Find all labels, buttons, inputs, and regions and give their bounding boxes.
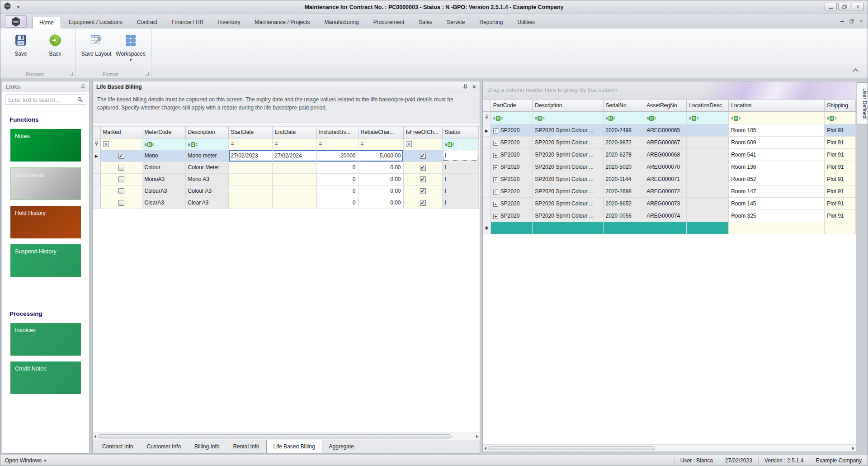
checkbox-checked[interactable]: ✓ [420, 176, 426, 182]
cell-location[interactable]: Room 541 [729, 148, 825, 161]
expand-row-icon[interactable]: + [493, 177, 498, 182]
cell-marked[interactable] [100, 197, 142, 209]
cell-description[interactable]: Mono meter [185, 150, 228, 162]
splitter-handle[interactable]: ······· [93, 123, 480, 127]
cell-description[interactable]: SP2020 Sprint Colour ... [533, 124, 603, 136]
equals-filter-icon[interactable]: = [319, 141, 322, 147]
search-input[interactable] [8, 97, 77, 103]
cell-isfreeofch[interactable]: ✓ [403, 150, 442, 162]
restore-icon[interactable] [849, 19, 854, 24]
filter-cell-partcode[interactable]: aBc [491, 111, 533, 124]
cell-shipping[interactable]: Plot 91 [825, 173, 856, 185]
cell-shipping[interactable]: Plot 91 [825, 185, 856, 197]
cell-rebatechar[interactable]: 5,000.00 [358, 150, 403, 162]
cell-marked[interactable]: ✓ [100, 150, 142, 162]
column-header-marked[interactable]: Marked [100, 127, 142, 138]
cell-serialno[interactable]: 2020-1144 [603, 173, 644, 185]
filter-cell-serialno[interactable]: aBc [603, 111, 644, 124]
cell-description[interactable]: Clear A3 [185, 197, 228, 209]
link-button-invoices[interactable]: Invoices [10, 323, 81, 356]
cell-assetregno[interactable]: AREG000072 [644, 185, 687, 197]
cell-serialno[interactable]: 2020-2698 [603, 185, 644, 197]
cell-isfreeofch[interactable]: ✓ [403, 162, 442, 173]
ribbon-tab-sales[interactable]: Sales [412, 17, 439, 29]
cell-startdate[interactable] [228, 173, 272, 185]
cell-marked[interactable] [100, 185, 142, 197]
cell-description[interactable]: SP2020 Sprint Colour ... [533, 185, 603, 197]
link-button-suspend-history[interactable]: Suspend History [10, 244, 81, 277]
cell-includedus[interactable]: 0 [316, 197, 358, 209]
text-filter-icon[interactable]: aBc [145, 142, 155, 147]
cell-locationdesc[interactable] [687, 185, 729, 197]
column-header-includedus[interactable]: IncludedUs... [316, 127, 358, 138]
link-button-credit-notes[interactable]: Credit Notes [10, 361, 81, 394]
cell-status[interactable]: I [442, 150, 478, 162]
cell-assetregno[interactable]: AREG000071 [644, 173, 687, 185]
cell-locationdesc[interactable] [687, 161, 729, 173]
table-row[interactable]: ClearA3Clear A300.00✓I [93, 197, 478, 209]
text-filter-icon[interactable]: aBc [606, 116, 616, 121]
cell-rebatechar[interactable]: 0.00 [358, 185, 403, 197]
equals-filter-icon[interactable]: = [361, 141, 364, 147]
dialog-launcher-icon[interactable] [70, 72, 73, 76]
filter-cell-marked[interactable] [100, 138, 142, 150]
back-button[interactable]: Back [39, 31, 71, 57]
text-filter-icon[interactable]: aBc [535, 116, 545, 121]
ribbon-tab-inventory[interactable]: Inventory [211, 17, 247, 29]
column-header-enddate[interactable]: EndDate [272, 127, 316, 138]
ribbon-tab-service[interactable]: Service [440, 17, 472, 29]
cell-assetregno[interactable]: AREG000070 [644, 161, 687, 173]
cell-startdate[interactable] [228, 185, 272, 197]
column-header-serialno[interactable]: SerialNo [603, 100, 644, 111]
tab-rental-info[interactable]: Rental Info [226, 440, 266, 453]
link-button-notes[interactable]: Notes [10, 129, 81, 162]
cell-description[interactable]: SP2020 Sprint Colour ... [533, 173, 603, 185]
search-icon[interactable] [77, 97, 83, 103]
cell-location[interactable]: Room 852 [729, 173, 825, 185]
text-filter-icon[interactable]: aBc [188, 142, 198, 147]
cell-serialno[interactable]: 2020-0056 [603, 209, 644, 222]
cell-enddate[interactable] [272, 197, 316, 209]
column-header-rebatechar[interactable]: RebateChar... [358, 127, 403, 138]
filter-cell-rebatechar[interactable]: = [358, 138, 403, 150]
column-header-description[interactable]: Description [533, 100, 603, 111]
column-header-partcode[interactable]: PartCode [491, 100, 533, 111]
cell-startdate[interactable] [228, 162, 272, 173]
checkbox-unchecked[interactable] [118, 176, 124, 182]
equals-filter-icon[interactable]: = [231, 141, 234, 147]
horizontal-scrollbar[interactable] [483, 444, 856, 452]
cell-enddate[interactable]: 27/02/2024 [272, 150, 316, 162]
checkbox-checked[interactable]: ✓ [420, 153, 426, 159]
scroll-right-icon[interactable] [852, 447, 854, 450]
cell-assetregno[interactable]: AREG000074 [644, 209, 687, 222]
cell-rebatechar[interactable]: 0.00 [358, 173, 403, 185]
expand-row-icon[interactable]: + [493, 202, 498, 207]
table-row[interactable]: +SP2020SP2020 Sprint Colour ...2020-5020… [483, 161, 856, 173]
ribbon-tab-utilities[interactable]: Utilities [510, 17, 542, 29]
column-header-locationdesc[interactable]: LocationDesc [687, 100, 729, 111]
cell-assetregno[interactable]: AREG000068 [644, 148, 687, 161]
filter-cell-isfreeofch[interactable] [403, 138, 442, 150]
cell-marked[interactable] [100, 162, 142, 173]
expand-row-icon[interactable]: + [493, 165, 498, 170]
cell-partcode[interactable]: +SP2020 [491, 185, 533, 197]
ribbon-tab-equipment-locations[interactable]: Equipment / Locations [62, 17, 129, 29]
cell-partcode[interactable]: +SP2020 [491, 161, 533, 173]
cell-partcode[interactable]: +SP2020 [491, 173, 533, 185]
cell-metercode[interactable]: Colour [142, 162, 185, 173]
cell-partcode[interactable]: +SP2020 [491, 197, 533, 209]
pin-icon[interactable] [463, 84, 468, 90]
new-row-cell-assetregno[interactable] [644, 222, 687, 234]
link-button-documents[interactable]: Documents [10, 167, 81, 200]
cell-enddate[interactable] [272, 185, 316, 197]
cell-description[interactable]: SP2020 Sprint Colour ... [533, 148, 603, 161]
table-row[interactable]: ColourColour Meter00.00✓I [93, 162, 478, 173]
cell-partcode[interactable]: +SP2020 [491, 148, 533, 161]
table-row[interactable]: +SP2020SP2020 Sprint Colour ...2020-0056… [483, 209, 856, 222]
cell-shipping[interactable]: Plot 91 [825, 148, 856, 161]
column-header-status[interactable]: Status [442, 127, 478, 138]
cell-locationdesc[interactable] [687, 124, 729, 136]
cell-description[interactable]: Mono A3 [185, 173, 228, 185]
new-row[interactable]: ∗ [483, 222, 856, 234]
cell-partcode[interactable]: +SP2020 [491, 209, 533, 222]
